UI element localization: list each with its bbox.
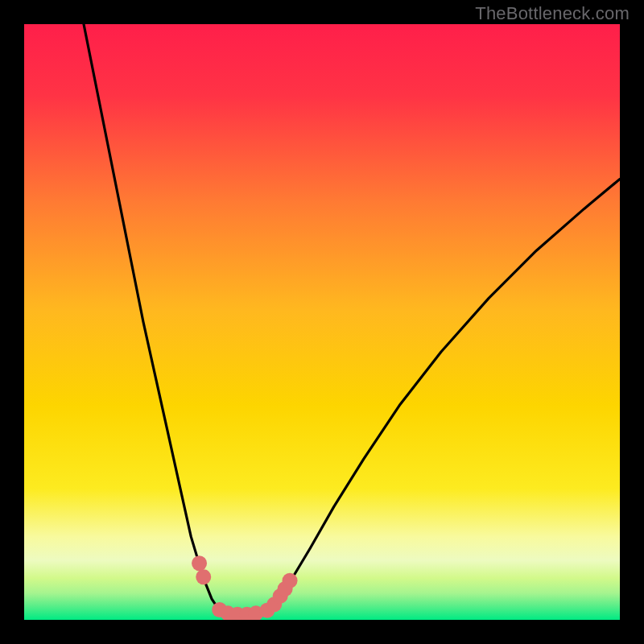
chart-svg [24,24,620,620]
chart-frame: TheBottleneck.com [0,0,644,644]
plot-area [24,24,620,620]
marker-dot [196,569,211,584]
watermark-text: TheBottleneck.com [475,3,630,24]
marker-dot [283,573,298,588]
gradient-bg [24,24,620,620]
marker-dot [192,555,207,571]
